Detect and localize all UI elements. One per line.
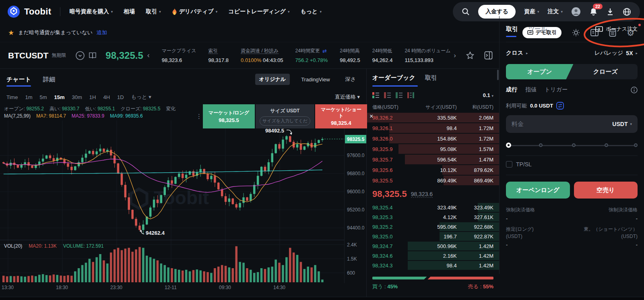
orderbook-row-ask[interactable]: 98,326.0154.86K1.72M — [367, 133, 499, 144]
collapse-chevron-icon[interactable]: ‹ — [147, 51, 150, 60]
orderbook-row-ask[interactable]: 98,326.198.41.72M — [367, 123, 499, 133]
timeframe-4H[interactable]: 4H — [103, 94, 110, 100]
nav-item-1[interactable]: 相場 — [124, 8, 135, 15]
tab-trade[interactable]: 取引 — [506, 16, 518, 42]
bonus-order-button[interactable]: $ ボーナス注文 — [595, 25, 638, 33]
market-long-button[interactable]: マーケット/ロング 98,325.5 — [203, 104, 255, 128]
orderbook-row-ask[interactable]: 98,325.7596.54K1.47M — [367, 154, 499, 165]
tutorial-book-icon[interactable] — [89, 52, 97, 59]
swap-icon[interactable]: ⇄ — [322, 48, 327, 54]
view-both-icon[interactable] — [372, 92, 379, 98]
tab-trades[interactable]: 取引 — [425, 74, 437, 87]
order-type-limit[interactable]: 指値 — [525, 86, 537, 93]
close-tab[interactable]: クローズ — [573, 64, 638, 79]
tab-orderbook[interactable]: オーダーブック — [372, 74, 415, 87]
view-split-icon[interactable] — [407, 92, 414, 98]
ticker-stat-6: 24 時間のボリューム (BT115,133.893 — [405, 48, 450, 63]
timeframe-30m[interactable]: 30m — [72, 94, 82, 100]
timeframe-1m[interactable]: 1m — [25, 94, 32, 100]
amount-field[interactable]: 料金 USDT ▾ — [506, 115, 638, 133]
order-type-market[interactable]: 成行 — [506, 86, 517, 93]
info-icon[interactable] — [631, 87, 638, 93]
available-label: 利用可能 — [506, 102, 527, 110]
open-tab[interactable]: オープン — [506, 64, 573, 79]
size-input[interactable] — [260, 116, 310, 126]
orderbook-row-bid[interactable]: 98,324.7500.96K1.42M — [367, 241, 499, 251]
nav-item-2[interactable]: 取引▾ — [146, 8, 161, 15]
orderbook-row-bid[interactable]: 98,325.0196.7922.87K — [367, 232, 499, 241]
slider-handle[interactable] — [506, 143, 511, 148]
orderbook-row-bid[interactable]: 98,324.398.41.42M — [367, 261, 499, 270]
size-input-box: サイズ USDT — [256, 104, 314, 128]
svg-text:$: $ — [598, 27, 600, 31]
add-favorites-link[interactable]: 追加 — [97, 29, 107, 36]
timeframe-1H[interactable]: 1H — [89, 94, 96, 100]
avatar-icon[interactable] — [571, 7, 581, 17]
time-axis[interactable]: 13:3018:3023:3012-1109:3014:30 — [0, 285, 344, 293]
transfer-swap-icon[interactable] — [556, 102, 564, 110]
currency-select[interactable]: USDT ▾ — [612, 121, 632, 127]
orderbook-row-bid[interactable]: 98,325.4323.49K323.49K — [367, 203, 499, 212]
nav-item-4[interactable]: コピートレーディング▾ — [228, 8, 289, 15]
symbol-name[interactable]: BTCUSDT — [8, 51, 48, 60]
amount-slider[interactable] — [506, 143, 638, 148]
nav-item-3[interactable]: デリバティブ▾ — [172, 8, 218, 15]
scrollbar[interactable] — [497, 70, 499, 80]
orderbook-mark-price[interactable]: 98,323.6 — [411, 191, 433, 198]
tpsl-checkbox[interactable] — [506, 161, 512, 168]
favorite-star-icon[interactable] — [466, 51, 475, 60]
tab-tools[interactable]: ツール — [528, 16, 547, 42]
orderbook-row-ask[interactable]: 98,325.995.08K1.57M — [367, 144, 499, 154]
open-short-button[interactable]: 空売り — [574, 182, 638, 199]
panel-expand-icon[interactable] — [484, 51, 493, 60]
timeframe-Time[interactable]: Time — [6, 94, 18, 100]
order-type-trigger[interactable]: トリガー — [545, 86, 568, 93]
orderbook-row-ask[interactable]: 98,325.610.12K879.62K — [367, 165, 499, 175]
download-icon[interactable] — [606, 8, 614, 16]
assets-menu[interactable]: 資産 ▾ — [524, 8, 539, 15]
slider-stop-50[interactable] — [572, 143, 576, 147]
view-original[interactable]: オリジナル — [255, 74, 290, 85]
view-depth[interactable]: 深さ — [341, 74, 360, 85]
close-icon[interactable]: × — [369, 104, 373, 128]
orderbook-row-bid[interactable]: 98,325.2595.06K922.68K — [367, 222, 499, 232]
globe-icon[interactable] — [623, 8, 631, 16]
tab-chart[interactable]: チャート — [6, 70, 31, 89]
open-long-button[interactable]: オーペンロング — [506, 182, 570, 199]
candlestick-chart[interactable]: Toobit98492.594262.4 — [0, 120, 344, 283]
margin-mode-select[interactable]: クロス ▸ — [506, 50, 528, 57]
tab-details[interactable]: 詳細 — [43, 70, 55, 89]
price-axis[interactable]: 97600.096800.096000.095200.094400.02.4K1… — [344, 120, 366, 283]
orders-menu[interactable]: 注文 ▾ — [547, 8, 563, 15]
timeframe-5m[interactable]: 5m — [39, 94, 47, 100]
precision-select[interactable]: 0.1 ▾ — [483, 92, 493, 98]
toobit-logo[interactable]: Toobit — [7, 5, 51, 18]
orderbook-row-ask[interactable]: 98,326.2335.58K2.06M — [367, 112, 499, 123]
nav-item-5[interactable]: もっと▾ — [300, 8, 322, 15]
orderbook-row-ask[interactable]: 98,325.5869.49K869.49K — [367, 175, 499, 186]
view-tradingview[interactable]: TradingView — [297, 74, 334, 85]
timeframe-もっと[interactable]: もっと ▾ — [131, 93, 151, 101]
symbol-dropdown-icon[interactable] — [76, 51, 85, 60]
timeframe-15m[interactable]: 15m — [54, 94, 65, 100]
search-icon[interactable] — [462, 8, 470, 16]
nav-item-0[interactable]: 暗号資産を購入▾ — [69, 8, 113, 15]
view-asks-icon[interactable] — [384, 92, 391, 98]
notifications[interactable]: 22 — [589, 7, 598, 16]
orderbook-toolbar: 0.1 ▾ — [367, 88, 499, 102]
slider-stop-75[interactable] — [605, 143, 608, 147]
slider-stop-100[interactable] — [634, 143, 638, 147]
slider-stop-25[interactable] — [539, 143, 543, 147]
leverage-select[interactable]: レバレッジ 5X ▸ — [594, 50, 638, 57]
fire-icon — [172, 8, 177, 15]
stats-expand-icon[interactable]: › — [454, 52, 456, 60]
orderbook-row-bid[interactable]: 98,324.62.16K1.42M — [367, 251, 499, 261]
price-mode-select[interactable]: 直近価格 ▾ — [335, 93, 360, 101]
market-short-button[interactable]: マーケット/ショート 98,325.4 — [315, 104, 367, 128]
timeframe-1D[interactable]: 1D — [117, 94, 124, 100]
orderbook-row-bid[interactable]: 98,325.34.12K327.61K — [367, 212, 499, 222]
drag-handle-icon[interactable]: ⋮ — [196, 104, 201, 128]
view-bids-icon[interactable] — [396, 92, 402, 98]
svg-text:98492.5: 98492.5 — [265, 128, 284, 134]
sell-ratio-bar — [427, 277, 493, 279]
